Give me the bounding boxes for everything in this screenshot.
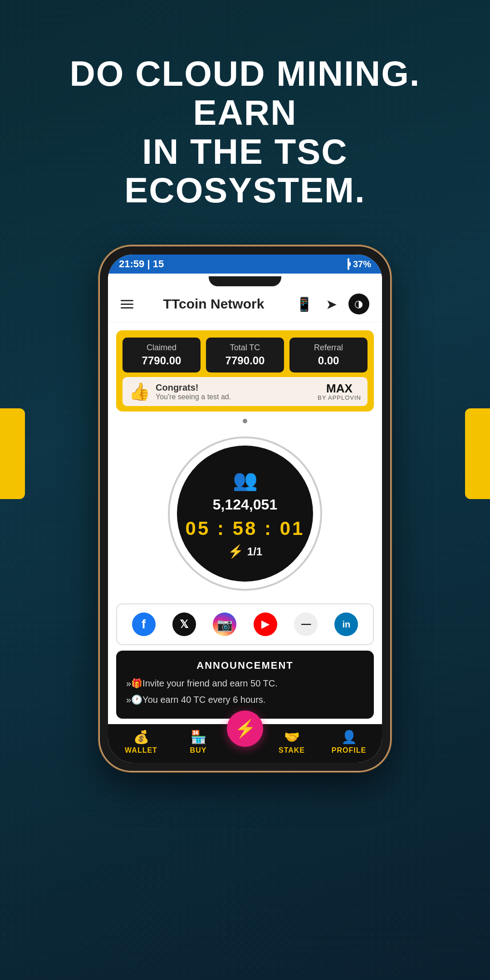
mining-timer: 05 : 58 : 01 bbox=[186, 518, 305, 539]
total-tc-value: 7790.00 bbox=[210, 354, 280, 367]
battery-icon bbox=[348, 259, 349, 270]
mining-circle-outer[interactable]: 👥 5,124,051 05 : 58 : 01 ⚡ 1/1 bbox=[168, 436, 322, 591]
profile-icon: 👤 bbox=[341, 730, 357, 745]
referral-label: Referral bbox=[293, 343, 364, 353]
wallet-icon: 💰 bbox=[133, 730, 149, 745]
stake-icon: 🤝 bbox=[284, 730, 300, 745]
nav-wallet[interactable]: 💰 WALLET bbox=[113, 730, 170, 755]
facebook-button[interactable]: f bbox=[132, 612, 156, 636]
announcement-item-2: »🕐You earn 40 TC every 6 hours. bbox=[126, 693, 364, 706]
ad-banner[interactable]: 👍 Congrats! You're seeing a test ad. MAX… bbox=[122, 377, 368, 406]
stake-label: STAKE bbox=[279, 746, 305, 755]
battery-percent: 37% bbox=[353, 259, 371, 270]
side-tab-right bbox=[465, 408, 490, 499]
youtube-button[interactable]: ▶ bbox=[254, 612, 277, 636]
linkedin-button[interactable]: in bbox=[334, 612, 358, 636]
total-tc-label: Total TC bbox=[210, 343, 280, 353]
x-button[interactable]: 𝕏 bbox=[172, 612, 196, 636]
mining-circle-inner: 👥 5,124,051 05 : 58 : 01 ⚡ 1/1 bbox=[177, 446, 313, 582]
profile-label: PROFILE bbox=[332, 746, 366, 755]
announcement-item-1: »🎁Invite your friend and earn 50 TC. bbox=[126, 677, 364, 690]
menu-line1 bbox=[121, 300, 133, 301]
page-wrapper: DO CLOUD MINING. EARN IN THE TSC ECOSYST… bbox=[0, 0, 490, 980]
referral-value: 0.00 bbox=[293, 354, 364, 367]
status-bar: 21:59 | 15 37% bbox=[108, 255, 382, 274]
announcement: ANNOUNCEMENT »🎁Invite your friend and ea… bbox=[116, 651, 374, 719]
ad-congrats: Congrats! bbox=[156, 382, 312, 393]
ad-brand-area: MAX BY APPLOVIN bbox=[318, 382, 361, 401]
bolt-icon: ⚡ bbox=[228, 544, 244, 559]
buy-icon: 🏪 bbox=[191, 730, 206, 745]
ad-icon: 👍 bbox=[129, 382, 150, 402]
ad-subtitle: You're seeing a test ad. bbox=[156, 393, 312, 401]
nav-profile[interactable]: 👤 PROFILE bbox=[320, 730, 377, 755]
ad-text-area: Congrats! You're seeing a test ad. bbox=[156, 382, 312, 401]
header-icons: 📱 ➤ ◑ bbox=[294, 294, 369, 314]
ad-max: MAX bbox=[318, 382, 361, 394]
boost-value: 1/1 bbox=[247, 545, 262, 558]
slider-dot bbox=[108, 417, 382, 425]
status-right: 37% bbox=[348, 259, 371, 270]
mining-section: 👥 5,124,051 05 : 58 : 01 ⚡ 1/1 bbox=[108, 427, 382, 595]
phone-frame: 21:59 | 15 37% bbox=[100, 246, 390, 771]
hero-line1: DO CLOUD MINING. EARN bbox=[27, 54, 463, 132]
instagram-button[interactable]: 📷 bbox=[213, 612, 236, 636]
menu-line3 bbox=[121, 307, 133, 309]
stats-row: Claimed 7790.00 Total TC 7790.00 Referra… bbox=[122, 338, 368, 372]
stats-bar: Claimed 7790.00 Total TC 7790.00 Referra… bbox=[116, 330, 374, 412]
battery-body bbox=[348, 258, 349, 270]
ad-brand-sub: BY APPLOVIN bbox=[318, 394, 361, 401]
dot-indicator bbox=[243, 419, 247, 423]
total-tc-stat: Total TC 7790.00 bbox=[206, 338, 284, 372]
claimed-label: Claimed bbox=[126, 343, 197, 353]
boost-row: ⚡ 1/1 bbox=[228, 544, 262, 559]
status-time: 21:59 | 15 bbox=[119, 258, 164, 270]
social-row: f 𝕏 📷 ▶ ⸻ in bbox=[116, 603, 374, 645]
buy-label: BUY bbox=[190, 746, 207, 755]
whatsapp-button[interactable]: 📱 bbox=[294, 294, 315, 314]
user-group-icon: 👥 bbox=[233, 468, 258, 492]
phone-screen: 21:59 | 15 37% bbox=[108, 255, 382, 763]
side-tab-left bbox=[0, 408, 25, 499]
hero-line2: IN THE TSC ECOSYSTEM. bbox=[27, 132, 463, 211]
nav-stake[interactable]: 🤝 STAKE bbox=[263, 730, 320, 755]
phone-wrapper: 21:59 | 15 37% bbox=[100, 246, 390, 771]
nav-center-button[interactable]: ⚡ bbox=[227, 710, 263, 747]
claimed-value: 7790.00 bbox=[126, 354, 197, 367]
claimed-stat: Claimed 7790.00 bbox=[122, 338, 201, 372]
user-count: 5,124,051 bbox=[213, 496, 277, 513]
app-header: TTcoin Network 📱 ➤ ◑ bbox=[108, 286, 382, 322]
bottom-nav: 💰 WALLET 🏪 BUY 🤝 STAKE 👤 PROFILE bbox=[108, 724, 382, 763]
menu-button[interactable] bbox=[121, 300, 133, 309]
app-title: TTcoin Network bbox=[163, 296, 265, 312]
referral-stat: Referral 0.00 bbox=[289, 338, 368, 372]
menu-line2 bbox=[121, 304, 133, 305]
nav-buy[interactable]: 🏪 BUY bbox=[170, 730, 227, 755]
announcement-title: ANNOUNCEMENT bbox=[126, 660, 364, 671]
telegram-button[interactable]: ➤ bbox=[321, 294, 342, 314]
medium-button[interactable]: ⸻ bbox=[294, 612, 318, 636]
hero-text: DO CLOUD MINING. EARN IN THE TSC ECOSYST… bbox=[0, 54, 490, 210]
notch bbox=[209, 276, 281, 286]
wallet-label: WALLET bbox=[125, 746, 157, 755]
menu-extra-button[interactable]: ◑ bbox=[348, 294, 369, 314]
notch-row bbox=[108, 274, 382, 286]
